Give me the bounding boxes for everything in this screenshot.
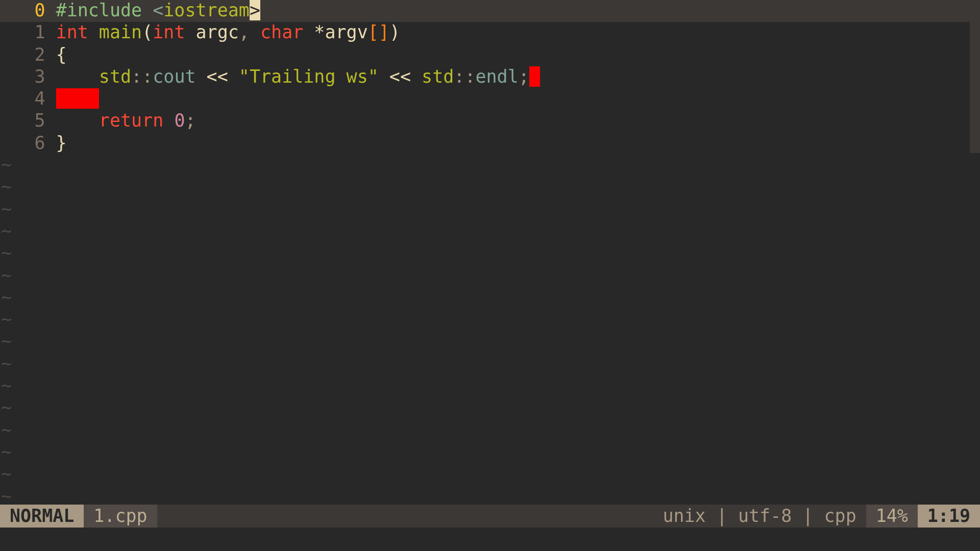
command-line[interactable] bbox=[0, 528, 980, 551]
separator: | bbox=[706, 506, 738, 526]
code-line[interactable]: 2 { bbox=[0, 44, 980, 66]
token-identifier: argc bbox=[196, 22, 239, 42]
token-operator: << bbox=[389, 66, 411, 87]
empty-line: ~ bbox=[0, 265, 980, 287]
token-number: 0 bbox=[174, 110, 185, 131]
token-space bbox=[228, 66, 239, 87]
file-info: unix | utf-8 | cpp bbox=[653, 505, 866, 528]
code-line[interactable]: 6 } bbox=[0, 133, 980, 155]
token-space bbox=[185, 22, 195, 42]
tilde-icon: ~ bbox=[0, 354, 12, 375]
token-semicolon: ; bbox=[519, 66, 529, 87]
line-number: 2 bbox=[0, 44, 56, 65]
token-namespace: std bbox=[99, 66, 131, 87]
tilde-icon: ~ bbox=[0, 265, 12, 287]
empty-line: ~ bbox=[0, 243, 980, 265]
code-line[interactable]: 4 bbox=[0, 88, 980, 110]
token-brace: } bbox=[56, 133, 67, 153]
token-preproc: #include bbox=[56, 0, 153, 20]
token-namespace: std bbox=[422, 66, 454, 87]
token-include-file: iostream bbox=[163, 0, 250, 20]
line-number: 0 bbox=[0, 0, 56, 20]
line-number: 3 bbox=[0, 66, 56, 87]
percent-indicator: 14% bbox=[866, 505, 918, 528]
tilde-icon: ~ bbox=[0, 331, 12, 353]
position-indicator: 1:19 bbox=[918, 505, 980, 528]
token-type: int bbox=[153, 22, 185, 42]
encoding: utf-8 bbox=[738, 506, 792, 526]
token-paren: ) bbox=[389, 22, 400, 42]
tilde-icon: ~ bbox=[0, 486, 12, 505]
tilde-icon: ~ bbox=[0, 397, 12, 419]
token-angle-bracket: < bbox=[153, 0, 163, 20]
token-string: "Trailing ws" bbox=[239, 66, 379, 87]
empty-line: ~ bbox=[0, 155, 980, 177]
code-content: std::cout << "Trailing ws" << std::endl; bbox=[56, 66, 540, 87]
empty-line: ~ bbox=[0, 442, 980, 464]
token-type: char bbox=[260, 22, 303, 42]
separator: | bbox=[792, 506, 824, 526]
token-space bbox=[250, 22, 260, 42]
token-space bbox=[379, 66, 389, 87]
empty-line: ~ bbox=[0, 354, 980, 375]
token-star: * bbox=[314, 22, 325, 42]
empty-line: ~ bbox=[0, 287, 980, 309]
token-indent bbox=[56, 66, 99, 87]
empty-line: ~ bbox=[0, 331, 980, 353]
token-space bbox=[196, 66, 207, 87]
code-content: int main(int argc, char *argv[]) bbox=[56, 22, 400, 42]
token-paren: ( bbox=[142, 22, 153, 42]
tilde-icon: ~ bbox=[0, 243, 12, 265]
empty-line: ~ bbox=[0, 221, 980, 243]
code-content: } bbox=[56, 133, 67, 153]
token-bracket: ] bbox=[379, 22, 389, 42]
trailing-whitespace bbox=[529, 66, 540, 87]
token-space bbox=[303, 22, 314, 42]
text-buffer[interactable]: 0 #include <iostream> 1 int main(int arg… bbox=[0, 0, 980, 505]
token-cout: cout bbox=[153, 66, 195, 87]
code-content: return 0; bbox=[56, 110, 196, 131]
token-space bbox=[411, 66, 422, 87]
token-semicolon: ; bbox=[185, 110, 195, 131]
token-scope: :: bbox=[131, 66, 153, 87]
line-number: 1 bbox=[0, 22, 56, 42]
token-bracket: [ bbox=[368, 22, 379, 42]
code-content bbox=[56, 88, 99, 109]
empty-line: ~ bbox=[0, 486, 980, 505]
code-line[interactable]: 1 int main(int argc, char *argv[]) bbox=[0, 22, 980, 44]
status-line: NORMAL 1.cpp unix | utf-8 | cpp 14% 1:19 bbox=[0, 505, 980, 528]
filename-indicator: 1.cpp bbox=[84, 505, 157, 528]
token-brace: { bbox=[56, 44, 67, 65]
token-keyword: return bbox=[99, 110, 163, 131]
token-identifier: argv bbox=[325, 22, 368, 42]
fileformat: unix bbox=[663, 506, 705, 526]
empty-line: ~ bbox=[0, 375, 980, 397]
tilde-icon: ~ bbox=[0, 221, 12, 243]
empty-line: ~ bbox=[0, 420, 980, 442]
empty-line: ~ bbox=[0, 464, 980, 486]
code-line[interactable]: 0 #include <iostream> bbox=[0, 0, 980, 22]
code-content: #include <iostream> bbox=[56, 0, 260, 20]
code-content: { bbox=[56, 44, 67, 65]
tilde-icon: ~ bbox=[0, 420, 12, 442]
empty-line: ~ bbox=[0, 309, 980, 331]
tilde-icon: ~ bbox=[0, 442, 12, 464]
status-spacer bbox=[157, 505, 653, 528]
tilde-icon: ~ bbox=[0, 287, 12, 309]
empty-line: ~ bbox=[0, 177, 980, 198]
tilde-icon: ~ bbox=[0, 199, 12, 221]
line-number: 4 bbox=[0, 88, 56, 109]
code-line[interactable]: 3 std::cout << "Trailing ws" << std::end… bbox=[0, 66, 980, 88]
token-indent bbox=[56, 110, 99, 131]
empty-lines: ~~~~~~~~~~~~~~~~ bbox=[0, 155, 980, 505]
empty-line: ~ bbox=[0, 199, 980, 221]
tilde-icon: ~ bbox=[0, 155, 12, 177]
line-number: 6 bbox=[0, 133, 56, 153]
token-scope: :: bbox=[454, 66, 475, 87]
cursor: > bbox=[250, 0, 260, 20]
trailing-whitespace bbox=[56, 88, 99, 109]
empty-line: ~ bbox=[0, 397, 980, 419]
code-line[interactable]: 5 return 0; bbox=[0, 110, 980, 132]
scrollbar-thumb[interactable] bbox=[970, 0, 980, 153]
line-number: 5 bbox=[0, 110, 56, 131]
